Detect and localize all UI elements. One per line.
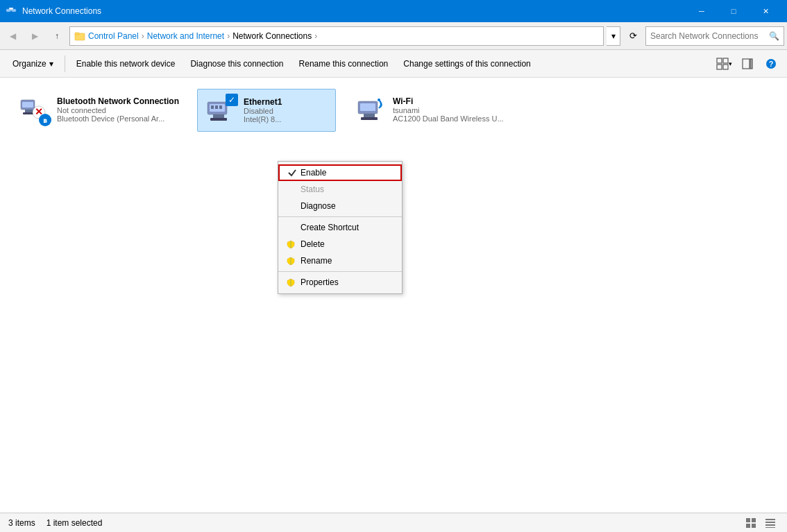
maximize-button[interactable]: □ [718, 0, 750, 22]
change-settings-button[interactable]: Change settings of this connection [396, 53, 537, 74]
svg-rect-24 [211, 105, 214, 109]
context-menu-diagnose[interactable]: Diagnose [278, 198, 402, 214]
context-menu-enable[interactable]: Enable [278, 164, 402, 181]
svg-rect-26 [219, 105, 222, 109]
context-menu-create-shortcut[interactable]: Create Shortcut [278, 219, 402, 236]
context-menu-delete[interactable]: Delete [278, 236, 402, 252]
preview-pane-button[interactable] [737, 53, 758, 74]
status-bar-right [743, 515, 779, 531]
shield-icon-3 [287, 278, 295, 287]
address-dropdown[interactable]: ▾ [607, 26, 620, 46]
refresh-button[interactable]: ⟳ [623, 26, 643, 46]
wifi-detail: AC1200 Dual Band Wireless U... [393, 114, 504, 123]
search-box: 🔍 [645, 26, 784, 46]
context-menu-separator-1 [278, 216, 402, 217]
properties-shield-icon [285, 277, 296, 288]
organize-label: Organize [12, 59, 46, 69]
up-button[interactable]: ↑ [47, 26, 67, 46]
shield-icon [287, 240, 295, 249]
svg-rect-34 [746, 524, 750, 528]
back-button[interactable]: ◀ [3, 26, 22, 46]
network-item-ethernet[interactable]: ✓ Ethernet1 Disabled Intel(R) 8... [197, 89, 336, 132]
large-icons-view-button[interactable] [743, 515, 759, 531]
svg-rect-9 [723, 65, 728, 69]
svg-rect-36 [765, 519, 775, 520]
svg-rect-32 [746, 518, 750, 522]
svg-rect-10 [743, 59, 750, 69]
search-icon: 🔍 [769, 31, 779, 41]
context-menu-status[interactable]: Status [278, 181, 402, 198]
large-icons-icon [745, 517, 756, 529]
context-menu-rename[interactable]: Rename [278, 252, 402, 269]
network-item-wifi[interactable]: Wi-Fi tsunami AC1200 Dual Band Wireless … [347, 89, 511, 130]
delete-label: Delete [301, 239, 325, 249]
svg-rect-25 [215, 105, 218, 109]
folder-icon [74, 31, 85, 42]
app-icon [6, 6, 17, 17]
wifi-info: Wi-Fi tsunami AC1200 Dual Band Wireless … [393, 96, 504, 123]
svg-rect-29 [364, 114, 375, 117]
check-mark-icon [287, 168, 297, 178]
address-bar: ◀ ▶ ↑ Control Panel › Network and Intern… [0, 22, 787, 50]
search-input[interactable] [650, 31, 769, 41]
svg-point-31 [378, 98, 380, 101]
window-title: Network Connections [22, 6, 101, 16]
svg-rect-35 [752, 524, 756, 528]
help-button[interactable]: ? [761, 53, 781, 74]
rename-connection-button[interactable]: Rename this connection [292, 53, 396, 74]
diagnose-label: Diagnose [301, 201, 336, 211]
details-view-button[interactable] [762, 515, 779, 531]
ethernet-name: Ethernet1 [244, 97, 328, 107]
rename-label: Rename [301, 256, 332, 266]
details-icon [765, 517, 776, 529]
wifi-icon-container [354, 93, 387, 126]
shield-icon-2 [287, 257, 295, 266]
toolbar-right: ▾ ? [713, 53, 781, 74]
svg-rect-28 [360, 103, 375, 111]
svg-rect-5 [75, 33, 79, 35]
svg-rect-15 [22, 102, 33, 108]
ethernet-status: Disabled [244, 107, 328, 115]
help-icon: ? [765, 58, 777, 69]
view-options-icon [716, 58, 729, 70]
minimize-button[interactable]: ─ [686, 0, 718, 22]
status-label: Status [301, 185, 324, 194]
breadcrumb-network-connections[interactable]: Network Connections [232, 31, 312, 41]
ethernet-icon-container: ✓ [205, 94, 238, 127]
context-menu: Enable Status Diagnose Create Shortcut D… [278, 161, 403, 294]
enable-network-device-button[interactable]: Enable this network device [69, 53, 183, 74]
main-content: ✕ ʙ Bluetooth Network Connection Not con… [0, 78, 787, 513]
preview-pane-icon [742, 58, 753, 69]
enable-label: Enable [301, 168, 326, 178]
network-item-bluetooth[interactable]: ✕ ʙ Bluetooth Network Connection Not con… [11, 89, 186, 130]
svg-rect-11 [750, 59, 752, 69]
properties-label: Properties [301, 277, 339, 287]
breadcrumb-control-panel[interactable]: Control Panel [88, 31, 139, 41]
bluetooth-status: Not connected [57, 106, 179, 114]
ethernet-info: Ethernet1 Disabled Intel(R) 8... [244, 97, 328, 123]
diagnose-connection-button[interactable]: Diagnose this connection [183, 53, 290, 74]
window-controls: ─ □ ✕ [686, 0, 781, 22]
svg-rect-8 [717, 65, 722, 69]
bluetooth-info: Bluetooth Network Connection Not connect… [57, 96, 179, 123]
delete-shield-icon [285, 239, 296, 250]
title-bar: Network Connections ─ □ ✕ [0, 0, 787, 22]
svg-rect-22 [213, 114, 224, 118]
item-count: 3 items [8, 518, 35, 528]
svg-rect-6 [717, 58, 722, 63]
view-options-button[interactable]: ▾ [713, 53, 734, 74]
close-button[interactable]: ✕ [750, 0, 781, 22]
svg-rect-3 [9, 8, 13, 10]
bluetooth-name: Bluetooth Network Connection [57, 96, 179, 106]
context-menu-properties[interactable]: Properties [278, 274, 402, 291]
create-shortcut-label: Create Shortcut [301, 223, 359, 232]
forward-button[interactable]: ▶ [25, 26, 44, 46]
ethernet-detail: Intel(R) 8... [244, 115, 328, 123]
svg-rect-38 [765, 524, 775, 526]
breadcrumb-network-internet[interactable]: Network and Internet [147, 31, 224, 41]
bluetooth-icon: ✕ ʙ [18, 93, 51, 126]
svg-rect-7 [723, 58, 728, 63]
organize-button[interactable]: Organize ▾ [6, 53, 60, 74]
selected-check: ✓ [226, 94, 238, 106]
bluetooth-detail: Bluetooth Device (Personal Ar... [57, 114, 168, 123]
